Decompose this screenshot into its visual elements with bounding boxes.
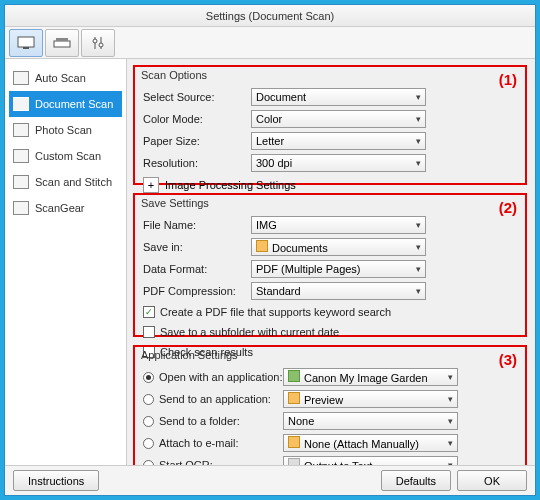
sidebar-item-label: Auto Scan	[35, 72, 86, 84]
chevron-down-icon: ▾	[416, 92, 421, 102]
sidebar-item-label: Custom Scan	[35, 150, 101, 162]
save-in-label: Save in:	[143, 241, 251, 253]
save-settings-title: Save Settings	[135, 195, 525, 209]
sidebar-item-photo-scan[interactable]: Photo Scan	[9, 117, 122, 143]
send-app-label: Send to an application:	[159, 393, 283, 405]
preferences-tab[interactable]	[81, 29, 115, 57]
body-row: Auto Scan Document Scan Photo Scan Custo…	[5, 59, 535, 465]
start-ocr-label: Start OCR:	[159, 459, 283, 465]
data-format-label: Data Format:	[143, 263, 251, 275]
file-name-field[interactable]: IMG▾	[251, 216, 426, 234]
content-area: Auto Scan Document Scan Photo Scan Custo…	[5, 27, 535, 495]
chevron-down-icon: ▾	[448, 460, 453, 465]
sliders-icon	[91, 36, 105, 50]
scangear-icon	[13, 201, 29, 215]
chevron-down-icon: ▾	[416, 220, 421, 230]
footer: Instructions Defaults OK	[5, 465, 535, 495]
expand-image-processing[interactable]: +	[143, 177, 159, 193]
mode-toolbar	[5, 27, 535, 59]
application-settings-title: Application Settings	[135, 347, 525, 361]
attach-email-radio[interactable]	[143, 438, 154, 449]
monitor-icon	[17, 36, 35, 50]
document-scan-icon	[13, 97, 29, 111]
svg-rect-3	[56, 38, 68, 41]
folder-icon	[288, 392, 300, 404]
folder-icon	[256, 240, 268, 252]
send-app-radio[interactable]	[143, 394, 154, 405]
app-icon	[288, 370, 300, 382]
sidebar-item-document-scan[interactable]: Document Scan	[9, 91, 122, 117]
scanner-icon	[53, 36, 71, 50]
paper-size-label: Paper Size:	[143, 135, 251, 147]
svg-point-7	[99, 43, 103, 47]
instructions-button[interactable]: Instructions	[13, 470, 99, 491]
scan-options-group: (1) Scan Options Select Source:Document▾…	[133, 65, 527, 185]
color-mode-label: Color Mode:	[143, 113, 251, 125]
chevron-down-icon: ▾	[416, 158, 421, 168]
chevron-down-icon: ▾	[416, 242, 421, 252]
application-settings-group: (3) Application Settings Open with an ap…	[133, 345, 527, 465]
start-ocr-radio[interactable]	[143, 460, 154, 466]
scan-options-title: Scan Options	[135, 67, 525, 81]
send-folder-dropdown[interactable]: None▾	[283, 412, 458, 430]
scan-stitch-icon	[13, 175, 29, 189]
svg-rect-2	[54, 41, 70, 47]
save-in-dropdown[interactable]: Documents▾	[251, 238, 426, 256]
settings-dialog: Settings (Document Scan) Auto Scan Docum…	[4, 4, 536, 496]
chevron-down-icon: ▾	[416, 114, 421, 124]
photo-scan-icon	[13, 123, 29, 137]
pdf-compression-label: PDF Compression:	[143, 285, 251, 297]
sidebar-item-scan-stitch[interactable]: Scan and Stitch	[9, 169, 122, 195]
open-app-radio[interactable]	[143, 372, 154, 383]
chevron-down-icon: ▾	[416, 264, 421, 274]
keyword-search-label: Create a PDF file that supports keyword …	[160, 306, 391, 318]
chevron-down-icon: ▾	[448, 394, 453, 404]
resolution-label: Resolution:	[143, 157, 251, 169]
subfolder-label: Save to a subfolder with current date	[160, 326, 339, 338]
auto-scan-icon	[13, 71, 29, 85]
paper-size-dropdown[interactable]: Letter▾	[251, 132, 426, 150]
send-folder-label: Send to a folder:	[159, 415, 283, 427]
sidebar-item-label: Photo Scan	[35, 124, 92, 136]
color-mode-dropdown[interactable]: Color▾	[251, 110, 426, 128]
keyword-search-checkbox[interactable]: ✓	[143, 306, 155, 318]
subfolder-checkbox[interactable]	[143, 326, 155, 338]
attach-email-label: Attach to e-mail:	[159, 437, 283, 449]
svg-point-6	[93, 39, 97, 43]
send-app-dropdown[interactable]: Preview▾	[283, 390, 458, 408]
save-settings-group: (2) Save Settings File Name:IMG▾ Save in…	[133, 193, 527, 337]
svg-rect-0	[18, 37, 34, 47]
defaults-button[interactable]: Defaults	[381, 470, 451, 491]
ok-button[interactable]: OK	[457, 470, 527, 491]
scan-from-device-tab[interactable]	[45, 29, 79, 57]
pdf-compression-dropdown[interactable]: Standard▾	[251, 282, 426, 300]
titlebar: Settings (Document Scan)	[5, 5, 535, 27]
folder-icon	[288, 436, 300, 448]
custom-scan-icon	[13, 149, 29, 163]
chevron-down-icon: ▾	[416, 136, 421, 146]
open-app-label: Open with an application:	[159, 371, 283, 383]
send-folder-radio[interactable]	[143, 416, 154, 427]
chevron-down-icon: ▾	[448, 438, 453, 448]
resolution-dropdown[interactable]: 300 dpi▾	[251, 154, 426, 172]
file-name-label: File Name:	[143, 219, 251, 231]
svg-rect-1	[23, 47, 29, 49]
attach-email-dropdown[interactable]: None (Attach Manually)▾	[283, 434, 458, 452]
chevron-down-icon: ▾	[416, 286, 421, 296]
image-processing-label: Image Processing Settings	[165, 179, 296, 191]
start-ocr-dropdown[interactable]: Output to Text▾	[283, 456, 458, 465]
sidebar-item-label: Document Scan	[35, 98, 113, 110]
data-format-dropdown[interactable]: PDF (Multiple Pages)▾	[251, 260, 426, 278]
window-title: Settings (Document Scan)	[206, 10, 334, 22]
sidebar-item-custom-scan[interactable]: Custom Scan	[9, 143, 122, 169]
select-source-label: Select Source:	[143, 91, 251, 103]
open-app-dropdown[interactable]: Canon My Image Garden▾	[283, 368, 458, 386]
scan-from-computer-tab[interactable]	[9, 29, 43, 57]
sidebar-item-label: Scan and Stitch	[35, 176, 112, 188]
sidebar-item-scangear[interactable]: ScanGear	[9, 195, 122, 221]
chevron-down-icon: ▾	[448, 416, 453, 426]
sidebar-item-auto-scan[interactable]: Auto Scan	[9, 65, 122, 91]
select-source-dropdown[interactable]: Document▾	[251, 88, 426, 106]
main-panel: (1) Scan Options Select Source:Document▾…	[127, 59, 535, 465]
text-icon	[288, 458, 300, 465]
